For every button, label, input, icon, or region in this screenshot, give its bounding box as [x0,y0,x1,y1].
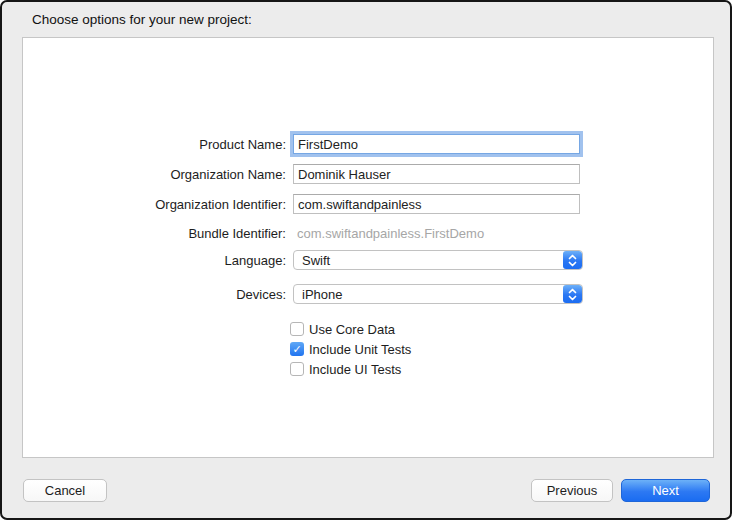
field-row-devices: Devices: iPhone [23,284,713,304]
field-row-product-name: Product Name: [23,134,713,154]
devices-popup-value: iPhone [294,287,342,302]
include-unit-tests-label: Include Unit Tests [309,342,411,357]
new-project-options-dialog: Choose options for your new project: Pro… [0,0,732,520]
previous-button[interactable]: Previous [531,479,613,502]
options-panel: Product Name: Organization Name: Organiz… [22,37,714,458]
chevron-up-down-icon [563,251,582,269]
bundle-identifier-label: Bundle Identifier: [23,226,286,241]
include-ui-tests-option[interactable]: Include UI Tests [290,359,713,379]
use-core-data-label: Use Core Data [309,322,395,337]
field-row-organization-name: Organization Name: [23,164,713,184]
dialog-title: Choose options for your new project: [32,12,252,27]
cancel-button[interactable]: Cancel [23,479,107,502]
organization-name-input[interactable] [293,164,580,184]
include-unit-tests-option[interactable]: ✓ Include Unit Tests [290,339,713,359]
field-row-organization-identifier: Organization Identifier: [23,194,713,214]
use-core-data-option[interactable]: Use Core Data [290,319,713,339]
bundle-identifier-value: com.swiftandpainless.FirstDemo [297,226,484,241]
organization-identifier-input[interactable] [293,194,580,214]
language-popup-value: Swift [294,253,330,268]
product-name-input[interactable] [293,134,580,154]
organization-name-label: Organization Name: [23,167,286,182]
use-core-data-checkbox[interactable] [290,322,304,336]
next-button[interactable]: Next [621,479,710,502]
field-row-bundle-identifier: Bundle Identifier: com.swiftandpainless.… [23,223,713,243]
checkmark-icon: ✓ [292,344,301,355]
include-unit-tests-checkbox[interactable]: ✓ [290,342,304,356]
organization-identifier-label: Organization Identifier: [23,197,286,212]
chevron-up-down-icon [563,285,582,303]
include-ui-tests-checkbox[interactable] [290,362,304,376]
language-label: Language: [23,253,286,268]
options-form: Product Name: Organization Name: Organiz… [23,134,713,379]
product-name-label: Product Name: [23,137,286,152]
field-row-language: Language: Swift [23,250,713,270]
include-ui-tests-label: Include UI Tests [309,362,401,377]
devices-label: Devices: [23,287,286,302]
language-popup[interactable]: Swift [293,250,583,270]
devices-popup[interactable]: iPhone [293,284,583,304]
